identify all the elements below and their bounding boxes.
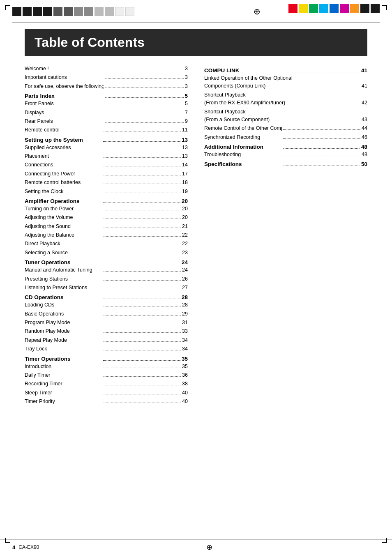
- bar-magenta: [340, 4, 349, 13]
- toc-entry-title: Presetting Stations: [25, 275, 102, 283]
- toc-entry-page: 43: [362, 116, 367, 124]
- toc-entry-page: 5: [185, 100, 188, 108]
- toc-dots: [104, 184, 181, 184]
- toc-section-header: Additional Information48: [204, 144, 367, 150]
- toc-entry-page: 40: [182, 398, 188, 405]
- toc-entry: Tray Lock34: [25, 345, 188, 353]
- toc-entry-page: 3: [185, 65, 188, 73]
- toc-dots: [104, 157, 181, 158]
- toc-dots: [105, 105, 184, 105]
- toc-entry-page: 33: [182, 327, 188, 335]
- toc-entry-page: 28: [182, 301, 188, 309]
- toc-entry-line2: (From the RX-EX90 Amplifier/tuner)42: [204, 99, 367, 107]
- toc-entry-title: Shortcut Playback: [204, 91, 246, 99]
- toc-dots: [104, 166, 181, 166]
- bar-gray-4: [84, 7, 93, 16]
- toc-entry-page: 40: [182, 389, 188, 397]
- toc-entry-title: Placement: [25, 152, 102, 160]
- toc-entry-page: 48: [362, 151, 367, 159]
- toc-section-title: COMPU LINK: [204, 67, 281, 74]
- toc-entry-page: 23: [182, 249, 188, 257]
- toc-section-page: 5: [185, 93, 188, 99]
- bar-black-4: [43, 7, 52, 16]
- toc-dots: [104, 376, 181, 377]
- toc-dots: [104, 332, 181, 333]
- toc-section-title: Tuner Operations: [25, 259, 102, 265]
- toc-entry-title: Connections: [25, 161, 102, 169]
- toc-dots: [104, 306, 181, 306]
- toc-entry-line1: Shortcut Playback: [204, 91, 367, 99]
- toc-dots: [104, 385, 181, 385]
- toc-entry: Turning on the Power20: [25, 205, 188, 213]
- bar-black-2: [23, 7, 32, 16]
- toc-entry: Displays7: [25, 109, 188, 117]
- toc-entry-title: Rear Panels: [25, 117, 104, 125]
- toc-entry: Loading CDs28: [25, 301, 188, 309]
- toc-dots: [283, 148, 360, 149]
- toc-entry-page: 13: [182, 144, 188, 152]
- toc-entry-page: 46: [362, 134, 367, 141]
- toc-section-page: 50: [361, 161, 367, 167]
- toc-dots: [104, 403, 181, 403]
- top-bar-right: [288, 4, 380, 13]
- toc-entry: Remote control batteries18: [25, 179, 188, 187]
- toc-dots: [104, 368, 181, 368]
- toc-section-header: Amplifier Operations20: [25, 198, 188, 204]
- toc-entry-page: 26: [182, 275, 188, 283]
- toc-entry-page: 9: [185, 117, 188, 125]
- toc-dots: [104, 289, 181, 289]
- toc-entry: Manual and Automatic Tuning24: [25, 266, 188, 274]
- toc-entry: Program Play Mode31: [25, 319, 188, 327]
- bar-gray-2: [64, 7, 73, 16]
- toc-entry-subtitle: Components (Compu Link): [204, 82, 265, 90]
- toc-entry-title: Remote Control of the Other Components: [204, 124, 282, 132]
- bar-red: [288, 4, 297, 13]
- toc-dots: [283, 129, 361, 130]
- toc-section-page: 41: [361, 67, 367, 74]
- toc-entry-page: 3: [185, 74, 188, 81]
- compass-bottom: ⊕: [39, 543, 380, 552]
- toc-entry: Front Panels5: [25, 100, 188, 108]
- toc-dots: [104, 324, 181, 324]
- toc-entry: Connections14: [25, 161, 188, 169]
- toc-entry-title: Connecting the Power: [25, 170, 102, 178]
- toc-entry-title: Direct Playback: [25, 240, 102, 248]
- bar-black-r2: [371, 4, 380, 13]
- toc-entry-multi: Shortcut Playback(From a Source Componen…: [204, 108, 367, 124]
- toc-entry-line2: (From a Source Component)43: [204, 116, 367, 124]
- toc-section-title: Setting up the System: [25, 137, 102, 143]
- toc-section-header: Specifications50: [204, 161, 367, 167]
- bar-green: [309, 4, 318, 13]
- toc-entry-page: 21: [182, 223, 188, 230]
- page-number: 4: [12, 544, 15, 550]
- toc-right-column: COMPU LINK41Linked Operation of the Othe…: [204, 65, 367, 406]
- toc-dots: [104, 271, 181, 272]
- toc-entry: Connecting the Power17: [25, 170, 188, 178]
- toc-dots: [105, 70, 184, 70]
- page-title: Table of Contents: [35, 35, 357, 50]
- toc-entry-page: 18: [182, 179, 188, 187]
- toc-dots: [104, 280, 181, 281]
- toc-entry: Random Play Mode33: [25, 327, 188, 335]
- toc-dots: [104, 254, 181, 254]
- bar-gray-1: [53, 7, 62, 16]
- toc-dots: [105, 114, 184, 114]
- bar-blue: [330, 4, 339, 13]
- toc-entry-page: 29: [182, 310, 188, 318]
- toc-dots: [283, 138, 361, 139]
- toc-entry-title: Supplied Accesories: [25, 144, 102, 152]
- toc-entry: Adjusting the Volume20: [25, 214, 188, 221]
- toc-section-page: 35: [182, 356, 188, 362]
- toc-entry: Adjusting the Balance22: [25, 231, 188, 239]
- toc-entry-subtitle: (From the RX-EX90 Amplifier/tuner): [204, 99, 285, 107]
- toc-entry-title: Repeat Play Mode: [25, 336, 102, 344]
- toc-entry-page: 24: [182, 266, 188, 274]
- toc-entry-title: Loading CDs: [25, 301, 102, 309]
- toc-dots: [104, 394, 181, 394]
- toc-entry-line1: Linked Operation of the Other Optional: [204, 74, 367, 82]
- toc-dots: [104, 210, 181, 210]
- toc-entry-title: Front Panels: [25, 100, 104, 108]
- toc-dots: [104, 193, 181, 193]
- toc-entry: Troubleshooting48: [204, 151, 367, 159]
- toc-entry-title: Sleep Timer: [25, 389, 102, 397]
